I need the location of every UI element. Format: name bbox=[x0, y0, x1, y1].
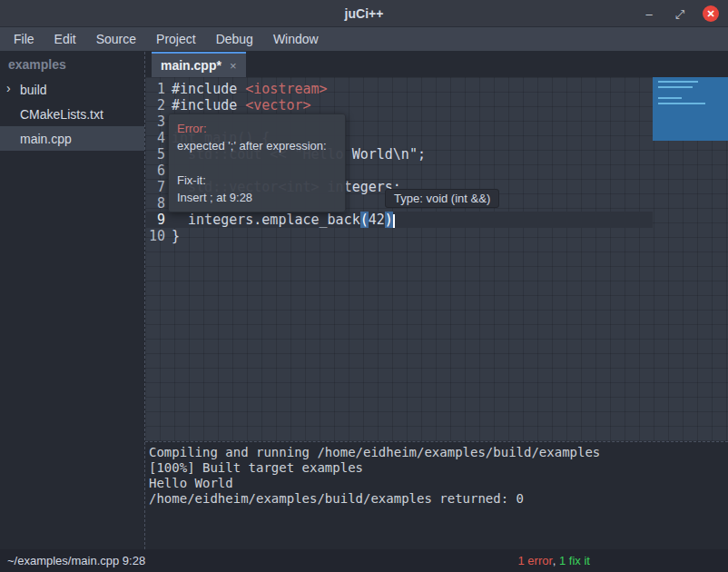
minimap-code-line bbox=[658, 86, 693, 88]
window-title: juCi++ bbox=[345, 6, 384, 21]
status-bar: ~/examples/main.cpp 9:28 1 error, 1 fix … bbox=[0, 549, 728, 572]
code-line[interactable]: 2 #include <vector> bbox=[145, 97, 653, 113]
line-number: 4 bbox=[145, 130, 168, 146]
line-number: 7 bbox=[145, 179, 168, 195]
matched-bracket-open: ( bbox=[360, 212, 369, 228]
overview-minimap bbox=[653, 77, 728, 441]
type-tooltip: Type: void (int &&) bbox=[385, 189, 499, 208]
sidebar-item-maincpp[interactable]: main.cpp bbox=[0, 126, 144, 151]
separator: , bbox=[553, 554, 559, 567]
code-editor[interactable]: 1 #include <iostream> 2 #include <vector… bbox=[145, 77, 728, 441]
code-line[interactable]: 1 #include <iostream> bbox=[145, 81, 653, 97]
diagnostics-summary: 1 error, 1 fix it bbox=[518, 549, 591, 572]
file-location-label: ~/examples/main.cpp 9:28 bbox=[7, 554, 145, 567]
menu-source[interactable]: Source bbox=[86, 28, 146, 50]
editor-column: main.cpp* × 1 #include <iostream> 2 #inc… bbox=[145, 52, 728, 549]
tab-close-icon[interactable]: × bbox=[230, 59, 237, 73]
code-text: #include <vector> bbox=[168, 97, 311, 113]
line-number: 9 bbox=[145, 212, 168, 228]
line-number: 1 bbox=[145, 81, 168, 97]
line-number: 3 bbox=[145, 113, 168, 130]
terminal-line: Hello World bbox=[149, 476, 728, 491]
menu-window[interactable]: Window bbox=[263, 28, 329, 50]
menu-debug[interactable]: Debug bbox=[206, 28, 263, 50]
sidebar-item-label: CMakeLists.txt bbox=[20, 107, 103, 122]
close-icon[interactable]: ✕ bbox=[703, 5, 719, 22]
tab-maincpp[interactable]: main.cpp* × bbox=[152, 52, 246, 77]
maximize-icon[interactable]: ⤢ bbox=[672, 8, 688, 20]
titlebar: juCi++ – ⤢ ✕ bbox=[0, 0, 728, 27]
sidebar-item-label: build bbox=[20, 83, 47, 97]
sidebar-item-label: main.cpp bbox=[20, 132, 72, 146]
code-line[interactable]: 10 } bbox=[145, 228, 653, 244]
minimap-code-line bbox=[658, 81, 698, 83]
terminal-line: /home/eidheim/examples/build/examples re… bbox=[149, 491, 728, 507]
terminal-line: Compiling and running /home/eidheim/exam… bbox=[149, 445, 728, 460]
minimap-code-line bbox=[658, 103, 705, 104]
sidebar-item-build[interactable]: › build bbox=[0, 77, 144, 102]
menu-file[interactable]: File bbox=[4, 28, 44, 50]
line-number: 6 bbox=[145, 163, 168, 179]
main-area: examples › build CMakeLists.txt main.cpp… bbox=[0, 52, 728, 549]
project-name-label: examples bbox=[0, 52, 144, 77]
fixit-count: 1 fix it bbox=[559, 554, 590, 567]
text-cursor bbox=[393, 214, 395, 228]
minimap-slider[interactable] bbox=[653, 77, 728, 141]
code-text: } bbox=[168, 228, 180, 244]
code-text: integers.emplace_back(42) bbox=[168, 212, 395, 228]
diagnostic-tooltip: Error: expected ';' after expression: Fi… bbox=[168, 113, 346, 212]
code-segment: #include bbox=[172, 81, 245, 97]
tab-label: main.cpp* bbox=[161, 58, 221, 73]
minimap-code-line bbox=[658, 97, 682, 99]
code-segment: 42 bbox=[369, 212, 385, 228]
terminal-line: [100%] Built target examples bbox=[149, 460, 728, 476]
code-text: #include <iostream> bbox=[168, 81, 328, 97]
line-number: 10 bbox=[145, 228, 168, 244]
diagnostic-message: expected ';' after expression: bbox=[177, 137, 337, 154]
code-line-current[interactable]: 9 integers.emplace_back(42) bbox=[145, 212, 653, 228]
menu-project[interactable]: Project bbox=[146, 28, 206, 50]
line-number: 8 bbox=[145, 195, 168, 212]
menubar: File Edit Source Project Debug Window bbox=[0, 27, 728, 52]
matched-bracket-close: ) bbox=[385, 212, 393, 228]
sidebar-item-cmakelists[interactable]: CMakeLists.txt bbox=[0, 102, 144, 126]
fixit-title: Fix-it: bbox=[177, 172, 337, 189]
code-segment: integers.emplace_back bbox=[172, 212, 360, 228]
code-segment: } bbox=[172, 228, 180, 244]
menu-edit[interactable]: Edit bbox=[44, 28, 86, 50]
chevron-right-icon[interactable]: › bbox=[6, 81, 11, 95]
terminal-output[interactable]: Compiling and running /home/eidheim/exam… bbox=[145, 441, 728, 549]
diagnostic-title: Error: bbox=[177, 120, 337, 137]
code-segment: #include bbox=[172, 97, 245, 113]
line-number: 2 bbox=[145, 97, 168, 113]
minimize-icon[interactable]: – bbox=[641, 8, 657, 20]
include-path: <vector> bbox=[245, 97, 310, 113]
include-path: <iostream> bbox=[245, 81, 327, 97]
line-number: 5 bbox=[145, 146, 168, 163]
file-tree-sidebar: examples › build CMakeLists.txt main.cpp bbox=[0, 52, 145, 549]
window-controls: – ⤢ ✕ bbox=[641, 0, 719, 27]
error-count: 1 error bbox=[518, 554, 553, 567]
fixit-text: Insert ; at 9:28 bbox=[177, 189, 337, 206]
tab-bar: main.cpp* × bbox=[145, 52, 728, 77]
